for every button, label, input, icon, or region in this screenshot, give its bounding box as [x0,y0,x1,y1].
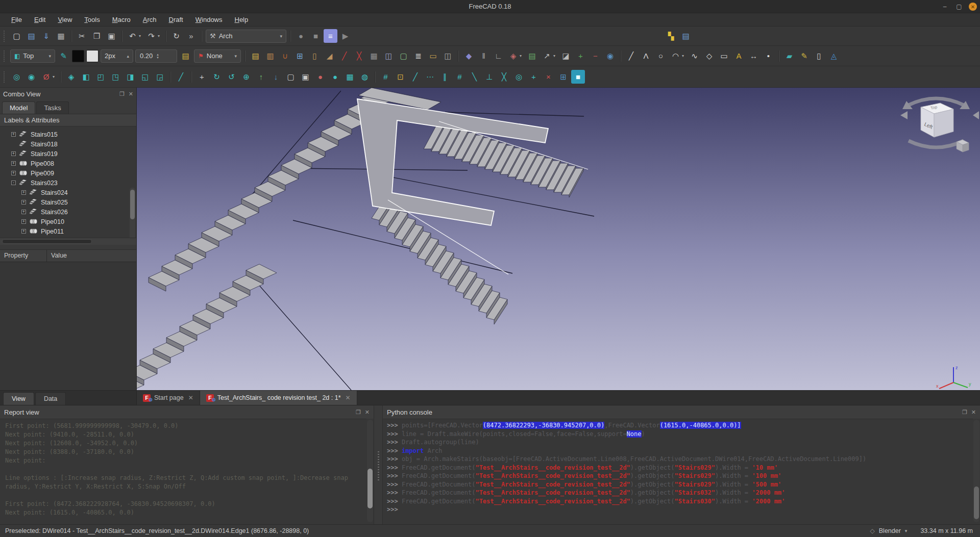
snap-plus-button[interactable]: + [527,70,541,84]
document-tab[interactable]: FTest_ArchStairs_ code revision test_ 2d… [200,391,357,405]
globe-view-button[interactable]: ◍ [358,70,372,84]
arch-equipment-button[interactable]: ◆ [462,49,476,63]
arch-axis-system-button[interactable]: ╳ [352,49,366,63]
arch-multimaterial-dropdown-icon[interactable]: ▾ [520,54,524,58]
draw-style-button[interactable]: Ø [39,70,53,84]
tree-item-stairs023[interactable]: -Stairs023 [0,178,136,188]
expander-toggle[interactable]: + [11,151,16,156]
line-color-swatch[interactable] [72,50,84,62]
3d-viewport[interactable]: Left Top z y x [137,88,980,390]
draft-line-button[interactable]: ╱ [624,49,638,63]
expander-toggle[interactable]: + [21,200,26,204]
workbench-selector[interactable]: ⚒ Arch ▾ [206,30,286,43]
snap-near-button[interactable]: ╲ [468,70,481,84]
python-console-input[interactable]: >>> points=[FreeCAD.Vector(8472.36822293… [383,419,973,524]
box-select-button[interactable]: ▢ [284,70,298,84]
autogroup-icon-button[interactable]: ▤ [179,49,192,63]
draw-style-dropdown-icon[interactable]: ▾ [53,74,57,79]
draft-shapestring-button[interactable]: ✎ [797,49,811,63]
open-folder-button[interactable]: ▤ [679,29,693,43]
draft-construction-mode-button[interactable]: ◬ [827,49,841,63]
fit-selection-button[interactable]: ◉ [24,70,38,84]
view-isometric-button[interactable]: ◈ [64,70,78,84]
refresh-button[interactable]: ↻ [169,29,183,43]
tree-item-stairs019[interactable]: +Stairs019 [0,149,136,159]
macro-stop-button[interactable]: ■ [309,29,323,43]
draft-circle-button[interactable]: ○ [654,49,668,63]
draft-bspline-button[interactable]: ∿ [688,49,701,63]
tree-horizontal-scrollbar[interactable] [0,238,136,245]
python-console-scrollbar[interactable] [973,420,979,522]
float-panel-icon[interactable]: ❐ [356,409,361,416]
menu-help[interactable]: Help [229,13,255,27]
minimize-icon[interactable]: – [940,2,949,11]
arch-extrude-dropdown-icon[interactable]: ▾ [553,54,558,58]
arch-frame-button[interactable]: ◫ [441,49,455,63]
undo-button[interactable]: ↶ [126,29,139,43]
arch-section-plane-button[interactable]: ◫ [382,49,396,63]
macro-dialog-button[interactable]: ≡ [324,29,337,43]
document-tab[interactable]: FStart page✕ [137,391,200,405]
axonometric-teal-button[interactable]: ● [328,70,342,84]
arch-window-button[interactable]: ⊞ [293,49,307,63]
snap-parallel-button[interactable]: ∥ [438,70,452,84]
view-bottom-button[interactable]: ◱ [138,70,152,84]
arch-wall-button[interactable]: ▤ [249,49,262,63]
file-new-button[interactable]: ▢ [10,29,23,43]
macro-play-button[interactable]: ▶ [338,29,352,43]
toggle-grid-button[interactable]: # [379,70,393,84]
measure-distance-button[interactable]: ╱ [174,70,188,84]
view-rear-button[interactable]: ◨ [124,70,137,84]
nav-center-button[interactable]: ⊕ [239,70,253,84]
arch-pipe-button[interactable]: ‖ [477,49,491,63]
nav-move-button[interactable]: + [195,70,209,84]
arch-stairs-tool-button[interactable]: ≣ [411,49,425,63]
tree-item-stairs024[interactable]: +Stairs024 [0,188,136,197]
draft-text-button[interactable]: A [732,49,746,63]
expander-toggle[interactable]: + [21,190,26,195]
arch-axis-button[interactable]: ╱ [337,49,351,63]
grid-view-button[interactable]: ▦ [343,70,357,84]
draft-polyline-button[interactable]: Λ [639,49,653,63]
toolbar-grip[interactable] [4,71,7,83]
expander-toggle[interactable]: + [21,210,26,214]
arch-schedule-button[interactable]: ▤ [525,49,539,63]
line-width-selector[interactable]: 2px ▴ [101,49,133,63]
close-tab-icon[interactable]: ✕ [345,394,351,401]
arch-space-button[interactable]: ▢ [397,49,410,63]
fit-all-button[interactable]: ◎ [10,70,23,84]
draft-arc-button[interactable]: ◠ [669,49,682,63]
snap-endpoint-button[interactable]: ╱ [408,70,422,84]
redo-dropdown-icon[interactable]: ▾ [158,34,162,38]
close-panel-icon[interactable]: ✕ [365,409,370,416]
draft-dimension-button[interactable]: ↔ [747,49,761,63]
macro-record-button[interactable]: ● [294,29,308,43]
box-zoom-button[interactable]: ▣ [299,70,312,84]
draft-rectangle-button[interactable]: ▭ [717,49,731,63]
expander-toggle[interactable]: + [11,161,16,166]
arch-extrude-button[interactable]: ↗ [540,49,554,63]
property-table[interactable] [0,262,136,390]
tree-item-stairs015[interactable]: +Stairs015 [0,130,136,139]
draft-style-button[interactable]: ✎ [57,49,70,63]
expander-toggle[interactable]: - [11,181,16,185]
file-save-button[interactable]: ⇓ [39,29,53,43]
menu-macro[interactable]: Macro [106,13,137,27]
dock-splitter[interactable] [374,405,383,524]
toolbar-overflow-button[interactable]: » [184,29,198,43]
expander-toggle[interactable]: + [21,229,26,234]
tab-tasks[interactable]: Tasks [36,101,68,114]
tree-item-pipe010[interactable]: +Pipe010 [0,217,136,226]
file-open-button[interactable]: ▤ [24,29,38,43]
close-panel-icon[interactable]: ✕ [129,91,133,97]
redo-button[interactable]: ↷ [144,29,158,43]
view-left-button[interactable]: ◲ [153,70,167,84]
draft-point-button[interactable]: • [762,49,775,63]
close-panel-icon[interactable]: ✕ [971,409,976,416]
tree-item-pipe009[interactable]: +Pipe009 [0,168,136,178]
arch-survey-button[interactable]: ◉ [603,49,617,63]
view-right-button[interactable]: ◳ [109,70,122,84]
tree-item-stairs026[interactable]: +Stairs026 [0,207,136,217]
menu-edit[interactable]: Edit [28,13,52,27]
expander-toggle[interactable]: + [11,171,16,175]
